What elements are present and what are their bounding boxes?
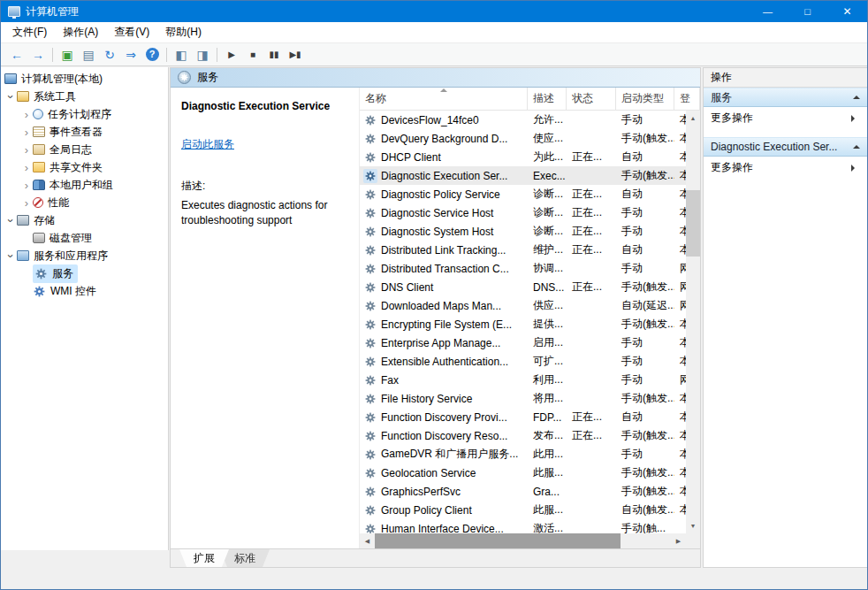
expand-arrow-icon[interactable]: › [20,162,33,173]
column-header-description[interactable]: 描述 [528,88,567,110]
tree-item-wmi-control[interactable]: WMI 控件 [1,282,168,300]
scroll-up-button[interactable]: ▲ [686,111,700,126]
vertical-scrollbar[interactable]: ▲ ▼ [686,111,700,533]
column-header-startup-type[interactable]: 启动类型 [616,88,674,110]
start-service-link[interactable]: 启动此服务 [181,137,234,152]
export-list-button[interactable]: ⇒ [120,45,141,65]
gear-icon [365,356,376,367]
gear-icon [365,226,376,237]
service-row[interactable]: Human Interface Device...激活...手动(触... [360,519,686,533]
vertical-scroll-thumb[interactable] [686,190,700,257]
show-window-button[interactable]: ▣ [57,45,78,65]
action-section-header[interactable]: 服务 [704,88,867,107]
service-startup-type-cell: 自动 [616,410,674,425]
column-header-status[interactable]: 状态 [567,88,616,110]
pause-service-button[interactable]: ▮▮ [263,45,285,65]
start-service-button[interactable]: ▶ [221,45,242,65]
collapse-arrow-icon[interactable]: › [5,249,17,262]
menu-view[interactable]: 查看(V) [106,22,157,42]
service-gear-icon [363,318,377,332]
service-row[interactable]: Geolocation Service此服...手动(触发...本 [360,464,686,482]
expand-arrow-icon[interactable]: › [20,144,33,156]
properties-button[interactable]: ▤ [78,45,99,65]
service-row[interactable]: Diagnostic Execution Ser...Exec...手动(触发.… [360,166,686,185]
service-row[interactable]: Diagnostic Service Host诊断...正在...手动本 [360,203,686,222]
gear-icon [365,431,376,441]
service-row[interactable]: Function Discovery Provi...FDP...正在...自动… [360,408,686,426]
restart-service-button[interactable]: ▶▮ [285,45,306,65]
tree-item-storage[interactable]: ›存储 [1,211,168,229]
action-more-actions[interactable]: 更多操作 [704,157,867,179]
service-description-cell: DNS... [528,281,567,294]
back-button[interactable]: ← [6,45,27,65]
gear-icon [365,338,376,349]
expand-arrow-icon[interactable]: › [20,180,33,191]
service-row[interactable]: Downloaded Maps Man...供应...自动(延迟...网 [360,296,686,315]
tree-item-services-and-applications[interactable]: ›服务和应用程序 [1,247,168,264]
service-name: Human Interface Device... [381,523,504,534]
service-row[interactable]: Enterprise App Manage...启用...手动本 [360,333,686,352]
service-logon-as-cell: 本 [674,447,686,462]
service-row[interactable]: DNS ClientDNS...正在...手动(触发...网 [360,278,686,296]
collapse-arrow-icon[interactable]: › [5,214,17,226]
service-row[interactable]: Extensible Authentication...可扩...手动本 [360,352,686,371]
service-row[interactable]: Encrypting File System (E...提供...手动(触发..… [360,315,686,333]
service-row[interactable]: DHCP Client为此...正在...自动本 [360,148,686,166]
service-row[interactable]: Distributed Link Tracking...维护...正在...自动… [360,241,686,259]
service-row[interactable]: Diagnostic System Host诊断...正在...手动本 [360,222,686,241]
close-button[interactable]: ✕ [827,1,867,22]
service-row[interactable]: GameDVR 和广播用户服务...此用...手动本 [360,445,686,464]
menu-file[interactable]: 文件(F) [4,22,55,42]
collapse-arrow-icon[interactable]: › [5,90,17,103]
tree-item-computer-management-root[interactable]: 计算机管理(本地) [1,70,168,88]
tree-item-local-users-and-groups[interactable]: ›本地用户和组 [1,176,168,194]
tab-extended[interactable]: 扩展 [179,549,229,567]
show-console-tree-button[interactable]: ◧ [171,45,192,65]
service-name: Diagnostic Execution Ser... [381,170,507,182]
tree-item-system-tools[interactable]: ›系统工具 [1,88,168,105]
forward-button[interactable]: → [27,45,49,65]
minimize-button[interactable]: — [748,1,788,22]
stop-service-button[interactable]: ■ [242,45,263,65]
tree-item-event-viewer[interactable]: ›事件查看器 [1,123,168,141]
horizontal-scrollbar[interactable]: ◀ ▶ [360,533,686,548]
service-row[interactable]: Distributed Transaction C...协调...手动网 [360,259,686,278]
tree-item-label: 存储 [29,213,55,228]
horizontal-scroll-thumb[interactable] [375,533,621,548]
service-row[interactable]: GraphicsPerfSvcGra...手动(触发...本 [360,482,686,501]
service-row[interactable]: Diagnostic Policy Service诊断...正在...自动本 [360,185,686,203]
service-row[interactable]: DevicesFlow_14fce0允许...手动本 [360,111,686,129]
expand-arrow-icon[interactable]: › [20,109,33,120]
menu-help[interactable]: 帮助(H) [157,22,209,42]
computer-management-app-icon [8,6,20,17]
service-row[interactable]: File History Service将用...手动(触发...本 [360,389,686,408]
service-row[interactable]: Function Discovery Reso...发布...正在...手动(触… [360,426,686,445]
help-button[interactable]: ? [141,45,163,65]
action-more-actions[interactable]: 更多操作 [704,107,867,129]
tree-item-global-logs[interactable]: ›全局日志 [1,141,168,158]
service-logon-as-cell: 本 [674,317,686,332]
service-row[interactable]: Group Policy Client此服...自动(触发...本 [360,501,686,519]
maximize-button[interactable]: □ [788,1,827,22]
tree-item-performance[interactable]: ›性能 [1,194,168,211]
column-header-logon-as[interactable]: 登 [674,88,700,110]
service-gear-icon [363,503,377,517]
service-row[interactable]: Fax利用...手动网 [360,371,686,389]
menu-action[interactable]: 操作(A) [55,22,106,42]
refresh-button[interactable]: ↻ [99,45,120,65]
tree-item-services[interactable]: 服务 [1,264,168,282]
show-action-pane-button[interactable]: ◨ [192,45,213,65]
tree-item-task-scheduler[interactable]: ›任务计划程序 [1,105,168,123]
scroll-down-button[interactable]: ▼ [686,518,700,533]
scroll-left-button[interactable]: ◀ [360,533,375,548]
titlebar[interactable]: 计算机管理 —□✕ [1,1,867,22]
expand-arrow-icon[interactable]: › [20,126,33,138]
expand-arrow-icon[interactable]: › [20,197,33,209]
tree-item-shared-folders[interactable]: ›共享文件夹 [1,158,168,176]
action-section-header[interactable]: Diagnostic Execution Ser... [704,137,867,157]
service-row[interactable]: DevQuery Background D...使应...手动(触发...本 [360,129,686,148]
scroll-right-button[interactable]: ▶ [671,533,686,548]
tree-item-disk-management[interactable]: 磁盘管理 [1,229,168,247]
column-header-name[interactable]: 名称 [360,88,528,110]
services-panel: 服务 Diagnostic Execution Service 启动此服务 描述… [170,67,701,568]
